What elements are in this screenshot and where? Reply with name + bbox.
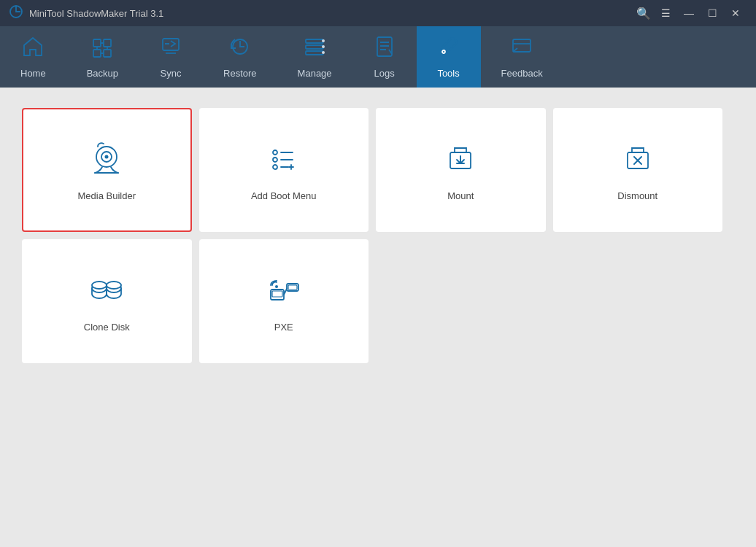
svg-rect-5 xyxy=(163,39,179,50)
svg-rect-7 xyxy=(306,39,323,43)
nav-restore-label: Restore xyxy=(223,68,257,79)
svg-point-14 xyxy=(442,50,445,53)
tool-mount[interactable]: Mount xyxy=(376,108,546,232)
svg-point-12 xyxy=(322,51,325,54)
nav-sync[interactable]: Sync xyxy=(139,26,203,88)
svg-point-18 xyxy=(105,155,109,158)
svg-point-27 xyxy=(107,282,121,289)
search-button[interactable]: 🔍 xyxy=(636,7,651,20)
svg-point-26 xyxy=(92,282,107,289)
svg-rect-2 xyxy=(104,39,111,47)
svg-rect-3 xyxy=(93,50,101,57)
mount-label: Mount xyxy=(447,190,474,201)
tool-dismount[interactable]: Dismount xyxy=(553,108,723,232)
tool-pxe[interactable]: PXE xyxy=(199,239,369,363)
svg-rect-4 xyxy=(104,50,111,57)
svg-point-21 xyxy=(273,165,277,169)
pxe-icon xyxy=(265,271,303,311)
nav-home[interactable]: Home xyxy=(0,26,66,88)
add-boot-menu-icon xyxy=(265,139,303,180)
svg-rect-8 xyxy=(306,45,323,49)
dismount-icon xyxy=(619,139,657,180)
clone-disk-label: Clone Disk xyxy=(84,322,130,333)
hamburger-button[interactable]: ☰ xyxy=(654,0,677,26)
svg-rect-13 xyxy=(377,37,392,56)
nav-tools-label: Tools xyxy=(437,68,459,79)
close-button[interactable]: ✕ xyxy=(724,0,747,26)
home-icon xyxy=(21,35,45,63)
nav-sync-label: Sync xyxy=(161,68,182,79)
titlebar: MiniTool ShadowMaker Trial 3.1 🔍 ☰ — ☐ ✕ xyxy=(0,0,756,26)
backup-icon xyxy=(90,35,114,63)
nav-feedback[interactable]: Feedback xyxy=(481,26,563,88)
manage-icon xyxy=(303,35,326,63)
nav-feedback-label: Feedback xyxy=(501,68,543,79)
dismount-label: Dismount xyxy=(617,190,657,201)
mount-icon xyxy=(441,139,479,180)
nav-backup[interactable]: Backup xyxy=(66,26,139,88)
content-area: Media Builder Add Boot Menu xyxy=(0,88,756,547)
tool-add-boot-menu[interactable]: Add Boot Menu xyxy=(199,108,369,232)
svg-point-10 xyxy=(322,39,325,42)
nav-home-label: Home xyxy=(20,68,46,79)
navbar: Home Backup Sync xyxy=(0,26,756,88)
feedback-icon xyxy=(510,35,533,63)
tool-clone-disk[interactable]: Clone Disk xyxy=(22,239,192,363)
tools-grid: Media Builder Add Boot Menu xyxy=(22,108,722,363)
svg-rect-31 xyxy=(288,285,297,290)
clone-disk-icon xyxy=(88,271,126,311)
svg-rect-1 xyxy=(93,39,101,47)
sync-icon xyxy=(159,35,182,63)
window-controls: ☰ — ☐ ✕ xyxy=(654,0,747,26)
media-builder-label: Media Builder xyxy=(78,190,136,201)
svg-rect-29 xyxy=(272,291,282,297)
restore-icon xyxy=(228,35,252,63)
nav-manage[interactable]: Manage xyxy=(277,26,352,88)
minimize-button[interactable]: — xyxy=(677,0,701,26)
tools-icon xyxy=(437,35,460,63)
add-boot-menu-label: Add Boot Menu xyxy=(251,190,317,201)
logs-icon xyxy=(373,35,396,63)
nav-manage-label: Manage xyxy=(298,68,332,79)
titlebar-right: 🔍 ☰ — ☐ ✕ xyxy=(636,0,747,26)
app-logo xyxy=(9,4,23,23)
svg-point-19 xyxy=(273,150,277,155)
nav-logs[interactable]: Logs xyxy=(352,26,417,88)
pxe-label: PXE xyxy=(274,322,293,333)
svg-rect-9 xyxy=(306,51,323,55)
nav-tools[interactable]: Tools xyxy=(417,26,481,88)
nav-backup-label: Backup xyxy=(87,68,118,79)
svg-point-20 xyxy=(273,158,277,162)
svg-point-32 xyxy=(275,285,278,288)
titlebar-left: MiniTool ShadowMaker Trial 3.1 xyxy=(9,4,163,23)
maximize-button[interactable]: ☐ xyxy=(701,0,724,26)
tool-media-builder[interactable]: Media Builder xyxy=(22,108,192,232)
app-title: MiniTool ShadowMaker Trial 3.1 xyxy=(29,8,163,19)
nav-restore[interactable]: Restore xyxy=(203,26,277,88)
media-builder-icon xyxy=(88,139,126,180)
nav-logs-label: Logs xyxy=(374,68,394,79)
svg-point-11 xyxy=(322,45,325,48)
